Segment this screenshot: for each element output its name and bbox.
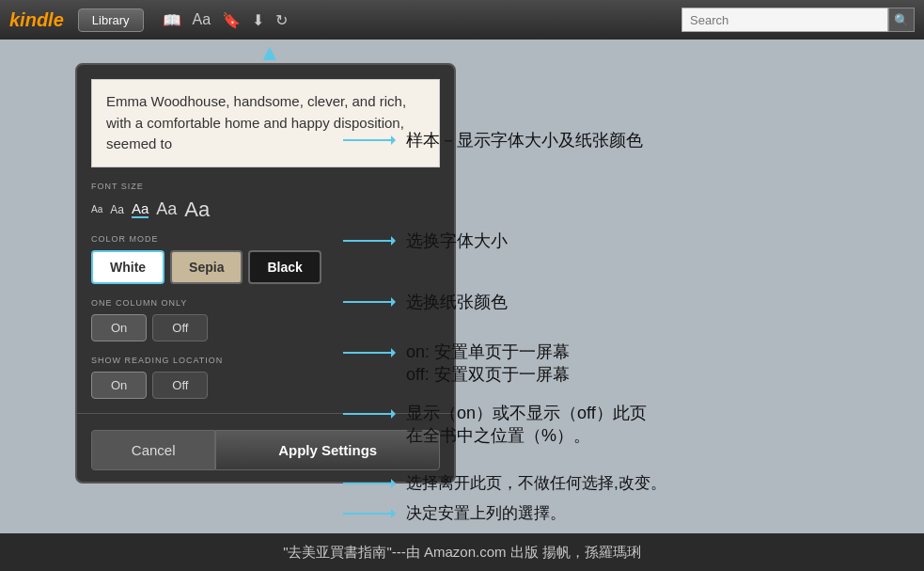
toolbar-icons: 📖 Aa 🔖 ⬇ ↻ <box>163 11 289 29</box>
annotation-show-reading: 显示（on）或不显示（off）此页 在全书中之位置（%）。 <box>343 402 647 447</box>
footer-text: "去美亚買書指南"---由 Amazon.com 出版 揚帆，孫羅瑪琍 <box>283 544 641 562</box>
annotation-show-reading-line2: 在全书中之位置（%）。 <box>406 424 647 447</box>
annotation-font-size-text: 选换字体大小 <box>406 230 508 252</box>
search-button[interactable]: 🔍 <box>888 8 915 32</box>
footer: "去美亚買書指南"---由 Amazon.com 出版 揚帆，孫羅瑪琍 <box>0 533 924 571</box>
download-icon[interactable]: ⬇ <box>252 11 264 29</box>
annotation-one-column: on: 安置单页于一屏幕 off: 安置双页于一屏幕 <box>343 341 570 386</box>
one-column-on-button[interactable]: On <box>91 314 147 341</box>
library-button[interactable]: Library <box>78 8 144 32</box>
font-size-label: FONT SIZE <box>77 177 454 194</box>
font-icon[interactable]: Aa <box>193 11 211 28</box>
annotation-one-column-line2: off: 安置双页于一屏幕 <box>406 363 570 386</box>
annotation-show-reading-text-block: 显示（on）或不显示（off）此页 在全书中之位置（%）。 <box>406 402 647 447</box>
annotation-cancel-line <box>343 483 395 484</box>
toolbar: kindle Library 📖 Aa 🔖 ⬇ ↻ 🔍 <box>0 0 924 40</box>
font-size-option-5[interactable]: Aa <box>184 198 210 222</box>
color-white-button[interactable]: White <box>91 250 164 284</box>
annotation-font-size: 选换字体大小 <box>343 230 508 252</box>
up-arrow-icon: ▲ <box>258 40 281 66</box>
font-size-option-3[interactable]: Aa <box>132 200 149 218</box>
show-reading-off-button[interactable]: Off <box>152 372 208 399</box>
cancel-button[interactable]: Cancel <box>91 430 215 470</box>
annotation-font-size-line <box>343 240 395 242</box>
annotation-apply-text: 决定安置上列的選擇。 <box>406 502 566 524</box>
font-size-option-2[interactable]: Aa <box>110 203 124 216</box>
main-content: Emma Woodhouse, handsome, clever, and ri… <box>0 40 924 533</box>
color-sepia-button[interactable]: Sepia <box>170 250 243 284</box>
annotation-cancel-text: 选择离开此页，不做任何选择,改变。 <box>406 472 666 494</box>
refresh-icon[interactable]: ↻ <box>275 11 288 29</box>
annotation-color-text: 选换纸张颜色 <box>406 291 508 313</box>
search-area: 🔍 <box>681 8 915 32</box>
font-size-row: Aa Aa Aa Aa Aa <box>77 194 454 230</box>
bookmark-icon[interactable]: 🔖 <box>222 11 241 29</box>
font-size-option-4[interactable]: Aa <box>156 199 177 219</box>
annotation-color-mode: 选换纸张颜色 <box>343 291 508 313</box>
book-icon[interactable]: 📖 <box>163 11 181 29</box>
color-black-button[interactable]: Black <box>248 250 321 284</box>
annotation-apply-line <box>343 513 395 515</box>
font-size-option-1[interactable]: Aa <box>91 204 102 214</box>
color-mode-row: White Sepia Black <box>77 246 454 293</box>
annotation-show-reading-line <box>343 413 395 415</box>
annotation-one-column-line1: on: 安置单页于一屏幕 <box>406 341 570 363</box>
sample-text-area: Emma Woodhouse, handsome, clever, and ri… <box>91 79 440 167</box>
search-input[interactable] <box>681 8 888 32</box>
kindle-logo: kindle <box>9 9 64 31</box>
annotation-one-column-text-block: on: 安置单页于一屏幕 off: 安置双页于一屏幕 <box>406 341 570 386</box>
annotation-sample-text: 样本－显示字体大小及纸张颜色 <box>406 129 643 151</box>
show-reading-on-button[interactable]: On <box>91 372 147 399</box>
annotation-sample-line <box>343 139 395 141</box>
annotation-one-column-line <box>343 352 395 354</box>
annotation-show-reading-line1: 显示（on）或不显示（off）此页 <box>406 402 647 424</box>
annotation-sample: 样本－显示字体大小及纸张颜色 <box>343 129 643 151</box>
one-column-off-button[interactable]: Off <box>152 314 208 341</box>
annotation-color-line <box>343 301 395 303</box>
annotation-apply: 决定安置上列的選擇。 <box>343 502 566 524</box>
annotation-cancel: 选择离开此页，不做任何选择,改变。 <box>343 472 666 494</box>
